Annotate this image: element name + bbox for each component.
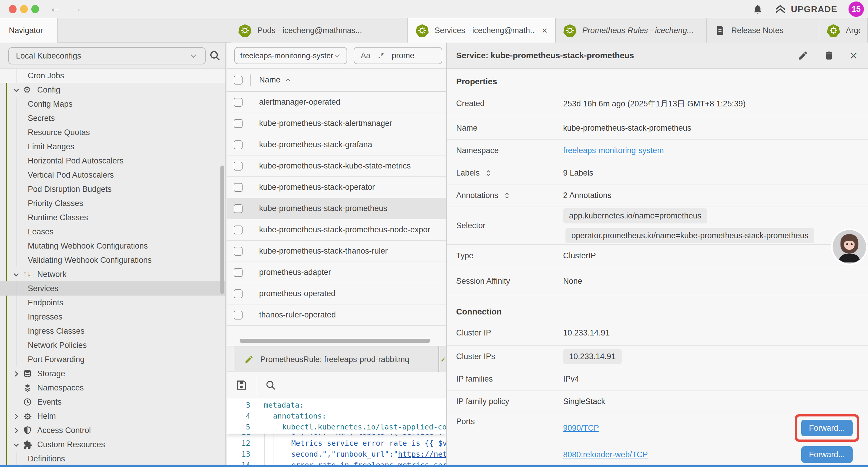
editor-search-icon[interactable]: [265, 380, 276, 391]
expand-collapse-icon[interactable]: [485, 169, 492, 177]
tab-pods-icecheng-mathmas[interactable]: Pods - icecheng@mathmas...: [231, 18, 408, 42]
table-row-kube-prometheus-stack-grafana[interactable]: kube-prometheus-stack-grafana: [226, 134, 446, 155]
chevron-right-icon[interactable]: [12, 370, 20, 378]
row-checkbox[interactable]: [234, 226, 243, 234]
table-row-kube-prometheus-stack-thanos-ruler[interactable]: kube-prometheus-stack-thanos-ruler: [226, 241, 446, 262]
tab-prometheus-rules-icecheng[interactable]: Prometheus Rules - icecheng...: [556, 18, 707, 42]
notifications-bell-icon[interactable]: [752, 4, 763, 14]
row-checkbox[interactable]: [234, 98, 243, 107]
chevron-right-icon[interactable]: [12, 427, 20, 435]
kubernetes-icon: [827, 24, 840, 37]
row-checkbox[interactable]: [234, 268, 243, 277]
sidebar-item-services[interactable]: Services: [0, 282, 225, 296]
sidebar-scrollbar[interactable]: [220, 166, 224, 294]
table-row-prometheus-adapter[interactable]: prometheus-adapter: [226, 262, 446, 283]
table-row-kube-prometheus-stack-kube-state-metrics[interactable]: kube-prometheus-stack-kube-state-metrics: [226, 155, 446, 177]
close-tab-icon[interactable]: ×: [542, 25, 548, 36]
close-icon[interactable]: ×: [850, 48, 857, 63]
table-row-kube-prometheus-stack-alertmanager[interactable]: kube-prometheus-stack-alertmanager: [226, 113, 446, 134]
chevron-down-icon[interactable]: [12, 441, 20, 449]
table-row-prometheus-operated[interactable]: prometheus-operated: [226, 283, 446, 304]
tab-services-icecheng-math[interactable]: Services - icecheng@math...×: [408, 18, 556, 42]
value-chip: app.kubernetes.io/name=prometheus: [563, 208, 707, 224]
sidebar-item-network-policies[interactable]: Network Policies: [0, 338, 225, 352]
row-checkbox[interactable]: [234, 162, 243, 171]
sidebar-item-port-forwarding[interactable]: Port Forwarding: [0, 352, 225, 367]
detail-value[interactable]: freeleaps-monitoring-system: [563, 146, 664, 155]
list-search-input[interactable]: Aa .* prome: [354, 47, 442, 64]
namespace-filter-select[interactable]: freeleaps-monitoring-system: [234, 47, 347, 64]
sidebar-item-pod-disruption-budgets[interactable]: Pod Disruption Budgets: [0, 182, 225, 196]
name-column-header[interactable]: Name: [259, 76, 291, 85]
sidebar-item-runtime-classes[interactable]: Runtime Classes: [0, 210, 225, 225]
chevron-down-icon[interactable]: [12, 271, 20, 279]
traffic-light-close-button[interactable]: [9, 5, 17, 13]
horizontal-scrollbar[interactable]: [240, 339, 430, 343]
row-checkbox[interactable]: [234, 289, 243, 298]
row-checkbox[interactable]: [234, 247, 243, 256]
table-row-thanos-ruler-operated[interactable]: thanos-ruler-operated: [226, 304, 446, 326]
regex-toggle[interactable]: .*: [378, 51, 384, 60]
sidebar-item-horizontal-pod-autoscalers[interactable]: Horizontal Pod Autoscalers: [0, 154, 225, 168]
sidebar-item-limit-ranges[interactable]: Limit Ranges: [0, 140, 225, 154]
row-checkbox[interactable]: [234, 119, 243, 128]
detail-title: Service: kube-prometheus-stack-prometheu…: [456, 51, 798, 60]
sidebar-item-resource-quotas[interactable]: Resource Quotas: [0, 125, 225, 140]
sidebar-item-events[interactable]: Events: [0, 395, 225, 409]
table-row-kube-prometheus-stack-prometheus[interactable]: kube-prometheus-stack-prometheus: [226, 198, 446, 219]
sidebar-item-leases[interactable]: Leases: [0, 225, 225, 239]
sidebar-item-helm[interactable]: Helm: [0, 409, 225, 423]
match-case-toggle[interactable]: Aa: [361, 51, 370, 60]
row-checkbox[interactable]: [234, 183, 243, 192]
sidebar-item-definitions[interactable]: Definitions: [0, 451, 225, 466]
sidebar-item-network[interactable]: ↑↓Network: [0, 267, 225, 282]
editor-tab[interactable]: PrometheusRule: freeleaps-prod-rabbitmq: [234, 346, 439, 372]
yaml-editor[interactable]: 3metadata:4annotations:5kubectl.kubernet…: [226, 399, 446, 467]
forward-button[interactable]: Forward...: [801, 446, 852, 463]
table-row-kube-prometheus-stack-operator[interactable]: kube-prometheus-stack-operator: [226, 177, 446, 198]
sidebar-item-ingress-classes[interactable]: Ingress Classes: [0, 324, 225, 338]
port-link[interactable]: 8080:reloader-web/TCP: [563, 450, 648, 459]
sidebar-item-namespaces[interactable]: Namespaces: [0, 381, 225, 395]
row-checkbox[interactable]: [234, 204, 243, 213]
upgrade-button[interactable]: UPGRADE: [774, 4, 837, 14]
chevron-down-icon[interactable]: [12, 86, 20, 94]
save-icon[interactable]: [235, 379, 248, 391]
sidebar-item-access-control[interactable]: Access Control: [0, 423, 225, 437]
select-all-checkbox[interactable]: [234, 76, 243, 85]
tab-navigator[interactable]: Navigator: [0, 18, 58, 42]
port-link[interactable]: 9090/TCP: [563, 424, 599, 433]
user-avatar[interactable]: [831, 228, 868, 265]
sidebar-item-vertical-pod-autoscalers[interactable]: Vertical Pod Autoscalers: [0, 168, 225, 182]
edit-pencil-icon[interactable]: [798, 50, 808, 61]
sidebar-search-icon[interactable]: [209, 50, 221, 61]
row-checkbox[interactable]: [234, 140, 243, 149]
sidebar-item-mutating-webhook-configurations[interactable]: Mutating Webhook Configurations: [0, 239, 225, 253]
kubeconfig-select[interactable]: Local Kubeconfigs: [8, 47, 206, 64]
sidebar-item-storage[interactable]: Storage: [0, 367, 225, 381]
table-row-kube-prometheus-stack-prometheus-node-expor[interactable]: kube-prometheus-stack-prometheus-node-ex…: [226, 219, 446, 241]
sidebar-item-custom-resources[interactable]: Custom Resources: [0, 437, 225, 451]
sidebar-item-validating-webhook-configurations[interactable]: Validating Webhook Configurations: [0, 253, 225, 267]
table-row-alertmanager-operated[interactable]: alertmanager-operated: [226, 92, 446, 113]
forward-button[interactable]: →: [71, 2, 82, 14]
chevron-right-icon[interactable]: [12, 413, 20, 420]
delete-trash-icon[interactable]: [824, 50, 834, 61]
notification-count-badge[interactable]: 15: [848, 1, 864, 17]
sidebar-item-priority-classes[interactable]: Priority Classes: [0, 196, 225, 210]
expand-collapse-icon[interactable]: [503, 192, 511, 200]
sidebar-item-ingresses[interactable]: Ingresses: [0, 310, 225, 324]
row-checkbox[interactable]: [234, 311, 243, 320]
editor-tab-partial[interactable]: [440, 346, 446, 372]
sidebar-item-secrets[interactable]: Secrets: [0, 111, 225, 125]
row-name: prometheus-operated: [259, 289, 335, 298]
sidebar-item-cron-jobs[interactable]: Cron Jobs: [0, 68, 225, 83]
tab-release-notes[interactable]: Release Notes: [707, 18, 819, 42]
traffic-light-minimize-button[interactable]: [20, 5, 28, 13]
tab-argo-se[interactable]: Argo Se: [819, 18, 868, 42]
sidebar-item-endpoints[interactable]: Endpoints: [0, 296, 225, 310]
traffic-light-zoom-button[interactable]: [31, 5, 39, 13]
back-button[interactable]: ←: [50, 2, 61, 14]
sidebar-item-config[interactable]: ⚙Config: [0, 83, 225, 97]
sidebar-item-config-maps[interactable]: Config Maps: [0, 97, 225, 111]
